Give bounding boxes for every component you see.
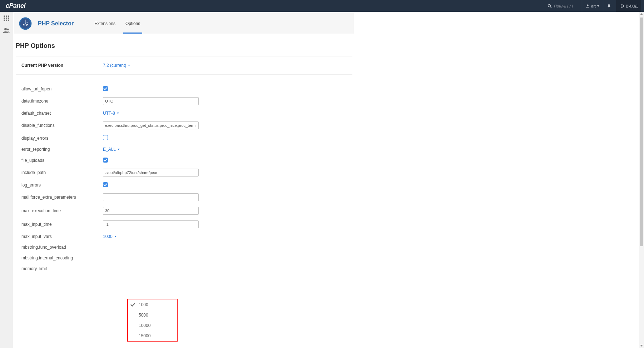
notifications-button[interactable] bbox=[603, 0, 616, 12]
cpanel-logo: cPanel bbox=[6, 2, 25, 10]
logout-icon bbox=[620, 4, 624, 8]
svg-point-0 bbox=[548, 4, 551, 7]
search-input[interactable] bbox=[554, 4, 579, 8]
chevron-down-icon bbox=[597, 5, 599, 7]
logout-label: ВИХІД bbox=[626, 4, 638, 8]
logout-button[interactable]: ВИХІД bbox=[616, 0, 641, 12]
svg-line-1 bbox=[550, 6, 552, 8]
search-group[interactable] bbox=[545, 4, 582, 8]
svg-point-3 bbox=[609, 7, 609, 8]
user-label: art bbox=[591, 4, 596, 8]
top-bar: cPanel art ВИХІД bbox=[0, 0, 644, 12]
user-menu[interactable]: art bbox=[582, 0, 603, 12]
user-icon bbox=[586, 4, 590, 8]
search-icon bbox=[548, 4, 552, 8]
bell-icon bbox=[607, 4, 611, 8]
svg-point-2 bbox=[587, 4, 589, 6]
